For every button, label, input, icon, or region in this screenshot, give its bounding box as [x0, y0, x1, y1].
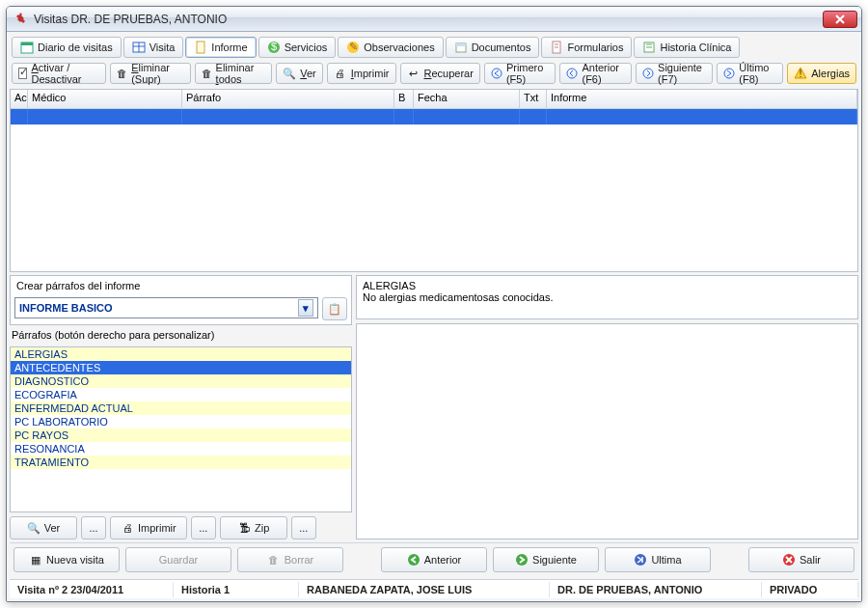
btn-label: Salir	[800, 554, 821, 566]
titlebar: Visitas DR. DE PRUEBAS, ANTONIO	[7, 7, 861, 32]
status-mode: PRIVADO	[762, 582, 858, 597]
informe-combo[interactable]: INFORME BASICO ▾	[14, 297, 318, 318]
tab-informe[interactable]: Informe	[185, 37, 256, 58]
close-icon	[782, 553, 796, 567]
trash-icon: 🗑	[267, 553, 281, 567]
clipboard-icon: 📋	[328, 302, 341, 316]
btn-label: Siguiente	[532, 554, 577, 566]
tab-observaciones[interactable]: ✎Observaciones	[338, 37, 443, 58]
left-buttons: 🔍Ver ... 🖨Imprimir ... 🗜Zip ...	[10, 516, 352, 539]
btn-label: Primero (F5)	[506, 62, 550, 85]
last-button[interactable]: Último (F8)	[717, 63, 783, 84]
save-button[interactable]: Guardar	[125, 547, 231, 572]
toggle-activate[interactable]: Activar / Desactivar	[12, 63, 106, 84]
report-editor[interactable]	[356, 323, 858, 539]
svg-rect-5	[197, 41, 204, 53]
next-icon	[642, 67, 654, 80]
btn-label: Anterior	[424, 554, 462, 566]
tab-formularios[interactable]: Formularios	[541, 37, 632, 58]
btn-label: Alergias	[811, 68, 850, 79]
col-fecha[interactable]: Fecha	[414, 90, 520, 108]
tab-historia[interactable]: Historia Clínica	[634, 37, 740, 58]
printer-icon: 🖨	[334, 67, 347, 80]
trash-icon: 🗑	[117, 67, 127, 80]
prev-button[interactable]: Anterior (F6)	[559, 63, 632, 84]
form-icon	[550, 41, 563, 54]
status-bar: Visita nº 2 23/04/2011 Historia 1 RABANE…	[10, 579, 858, 598]
last-visit-button[interactable]: Ultima	[605, 547, 711, 572]
calendar-icon	[20, 41, 34, 54]
prev-visit-button[interactable]: Anterior	[381, 547, 487, 572]
list-item[interactable]: PC RAYOS	[11, 428, 351, 442]
next-button[interactable]: Siguiente (F7)	[636, 63, 713, 84]
note-icon: ✎	[346, 41, 360, 54]
btn-label: Guardar	[159, 554, 198, 566]
mid-row: Crear párrafos del informe INFORME BASIC…	[10, 275, 858, 539]
list-item[interactable]: ECOGRAFIA	[11, 388, 351, 401]
list-item[interactable]: TRATAMIENTO	[11, 456, 351, 469]
new-visit-button[interactable]: ▦Nueva visita	[14, 547, 120, 572]
arrow-left-icon	[407, 553, 420, 567]
btn-label: Último (F8)	[739, 62, 776, 85]
list-label: Párrafos (botón derecho para personaliza…	[10, 329, 352, 343]
print-button[interactable]: 🖨Imprimir	[327, 63, 396, 84]
list-item[interactable]: ENFERMEDAD ACTUAL	[11, 401, 351, 415]
toolbar: Activar / Desactivar 🗑Eliminar (Supr) 🗑E…	[10, 61, 858, 86]
col-parrafo[interactable]: Párrafo	[182, 90, 394, 108]
create-label: Crear párrafos del informe	[14, 280, 347, 293]
col-informe[interactable]: Informe	[547, 90, 857, 108]
allergies-button[interactable]: !Alergias	[787, 63, 856, 84]
list-item[interactable]: RESONANCIA	[11, 442, 351, 456]
app-icon	[13, 12, 28, 27]
view-more-btn[interactable]: ...	[81, 516, 106, 539]
header-body: No alergias medicamentosas conocidas.	[363, 291, 852, 303]
btn-label: Anterior (F6)	[582, 62, 625, 85]
btn-label: Imprimir	[138, 522, 176, 534]
svg-point-22	[516, 554, 528, 566]
list-item[interactable]: ALERGIAS	[11, 347, 351, 361]
status-patient: RABANEDA ZAPATA, JOSE LUIS	[299, 582, 550, 597]
list-item[interactable]: DIAGNOSTICO	[11, 374, 351, 388]
svg-text:✎: ✎	[349, 41, 358, 52]
allergy-header: ALERGIAS No alergias medicamentosas cono…	[356, 275, 858, 319]
svg-point-21	[408, 554, 420, 566]
zip-btn[interactable]: 🗜Zip	[220, 516, 287, 539]
combo-value: INFORME BASICO	[19, 302, 113, 314]
exit-button[interactable]: Salir	[748, 547, 854, 572]
first-button[interactable]: Primero (F5)	[484, 63, 556, 84]
tab-servicios[interactable]: $Servicios	[258, 37, 337, 58]
tab-label: Historia Clínica	[660, 41, 731, 53]
tab-label: Visita	[149, 41, 176, 53]
zip-more-btn[interactable]: ...	[291, 516, 316, 539]
tab-label: Informe	[211, 41, 247, 53]
table-icon: ▦	[29, 553, 42, 567]
view-btn[interactable]: 🔍Ver	[10, 516, 77, 539]
clipboard-button[interactable]: 📋	[322, 297, 347, 320]
next-visit-button[interactable]: Siguiente	[493, 547, 599, 572]
view-button[interactable]: 🔍Ver	[276, 63, 323, 84]
recover-button[interactable]: ↩Recuperar	[400, 63, 480, 84]
document-icon	[194, 41, 207, 54]
paragraph-list[interactable]: ALERGIAS ANTECEDENTES DIAGNOSTICO ECOGRA…	[10, 346, 352, 512]
btn-label: ctivar / Desactivar	[31, 62, 81, 85]
list-item[interactable]: ANTECEDENTES	[11, 361, 351, 374]
print-more-btn[interactable]: ...	[191, 516, 216, 539]
col-ac[interactable]: Ac	[11, 90, 28, 108]
report-grid[interactable]: Ac Médico Párrafo B Fecha Txt Informe	[10, 89, 858, 272]
close-button[interactable]	[823, 11, 857, 28]
tab-diario[interactable]: Diario de visitas	[12, 37, 122, 58]
col-txt[interactable]: Txt	[520, 90, 547, 108]
delete-all-button[interactable]: 🗑Eliminar todos	[195, 63, 273, 84]
delete-visit-button[interactable]: 🗑Borrar	[237, 547, 343, 572]
bottom-bar: ▦Nueva visita Guardar 🗑Borrar Anterior S…	[10, 542, 858, 576]
printer-icon: 🖨	[121, 521, 134, 535]
tab-documentos[interactable]: Documentos	[446, 37, 540, 58]
col-medico[interactable]: Médico	[28, 90, 182, 108]
list-item[interactable]: PC LABORATORIO	[11, 415, 351, 428]
delete-button[interactable]: 🗑Eliminar (Supr)	[110, 63, 190, 84]
print-btn[interactable]: 🖨Imprimir	[110, 516, 187, 539]
recover-icon: ↩	[407, 67, 420, 80]
tab-visita[interactable]: Visita	[123, 37, 184, 58]
grid-row-selected[interactable]	[11, 109, 857, 124]
col-b[interactable]: B	[394, 90, 414, 108]
